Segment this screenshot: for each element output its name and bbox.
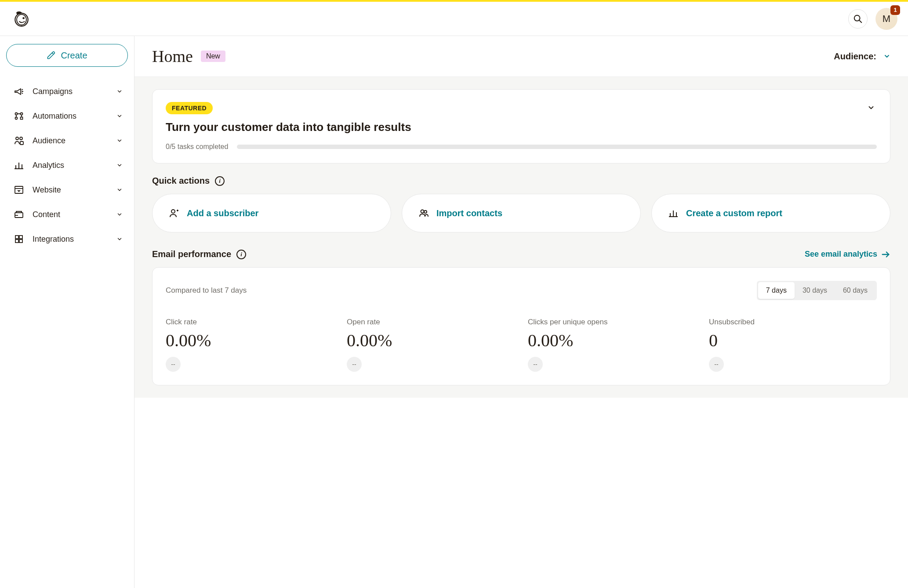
svg-point-5 xyxy=(15,113,18,115)
info-icon[interactable]: i xyxy=(236,250,246,259)
quick-action-import-contacts[interactable]: Import contacts xyxy=(402,194,641,232)
search-button[interactable] xyxy=(848,9,868,29)
svg-rect-23 xyxy=(19,240,22,243)
svg-point-7 xyxy=(15,117,18,120)
range-7-days[interactable]: 7 days xyxy=(758,282,795,299)
chevron-down-icon xyxy=(116,112,123,120)
nav-label: Integrations xyxy=(33,235,116,244)
metrics-row: Click rate 0.00% -- Open rate 0.00% -- C… xyxy=(166,318,877,372)
svg-point-2 xyxy=(22,17,25,19)
avatar-letter: M xyxy=(883,13,890,25)
metric-label: Click rate xyxy=(166,318,334,327)
chevron-down-icon xyxy=(116,137,123,145)
nav-item-integrations[interactable]: Integrations xyxy=(6,227,128,251)
nav-item-analytics[interactable]: Analytics xyxy=(6,153,128,178)
chevron-down-icon xyxy=(116,186,123,194)
metric-clicks-per-open: Clicks per unique opens 0.00% -- xyxy=(528,318,696,372)
see-email-analytics-link[interactable]: See email analytics xyxy=(805,250,890,259)
nav-label: Automations xyxy=(33,112,116,121)
nav-item-campaigns[interactable]: Campaigns xyxy=(6,79,128,104)
svg-point-28 xyxy=(424,211,427,213)
svg-rect-8 xyxy=(21,117,23,120)
range-30-days[interactable]: 30 days xyxy=(795,282,835,299)
svg-rect-16 xyxy=(15,186,23,193)
pencil-icon xyxy=(47,51,55,60)
chevron-down-icon xyxy=(116,211,123,218)
integrations-icon xyxy=(13,233,25,245)
automations-icon xyxy=(13,110,25,122)
sidebar: Create Campaigns Automations Audience An… xyxy=(0,36,134,588)
audience-label: Audience: xyxy=(834,51,876,62)
featured-card: FEATURED Turn your customer data into ta… xyxy=(152,89,890,163)
mailchimp-logo-icon xyxy=(12,9,31,29)
website-icon xyxy=(13,184,25,196)
metric-change: -- xyxy=(166,357,181,372)
link-label: See email analytics xyxy=(805,250,877,259)
svg-point-6 xyxy=(21,113,23,115)
arrow-right-icon xyxy=(881,250,890,259)
svg-point-1 xyxy=(17,14,26,25)
svg-line-4 xyxy=(859,20,862,22)
audience-icon xyxy=(13,135,25,146)
report-icon xyxy=(668,207,679,219)
nav-label: Content xyxy=(33,210,116,219)
metric-change: -- xyxy=(709,357,724,372)
chevron-down-icon xyxy=(883,53,890,60)
account-menu[interactable]: M 1 xyxy=(875,8,897,30)
svg-point-9 xyxy=(16,137,18,140)
svg-rect-20 xyxy=(15,236,18,239)
metric-label: Open rate xyxy=(347,318,515,327)
featured-badge: FEATURED xyxy=(166,102,213,114)
header-bar: M 1 xyxy=(0,2,908,36)
nav-item-website[interactable]: Website xyxy=(6,178,128,202)
nav-item-content[interactable]: Content xyxy=(6,202,128,227)
quick-action-create-report[interactable]: Create a custom report xyxy=(651,194,890,232)
create-label: Create xyxy=(61,51,87,61)
quick-action-label: Add a subscriber xyxy=(187,208,258,219)
megaphone-icon xyxy=(13,86,25,97)
nav-list: Campaigns Automations Audience Analytics xyxy=(6,79,128,251)
analytics-icon xyxy=(13,160,25,171)
metric-value: 0.00% xyxy=(528,330,696,351)
svg-rect-11 xyxy=(20,142,23,145)
chevron-down-icon xyxy=(867,104,875,112)
audience-selector[interactable]: Audience: xyxy=(834,51,890,62)
main-area: Home New Audience: FEATURED Turn your cu… xyxy=(134,36,908,588)
content-icon xyxy=(13,209,25,220)
section-title: Email performance xyxy=(152,249,231,259)
search-icon xyxy=(853,14,863,24)
info-icon[interactable]: i xyxy=(215,176,225,186)
svg-point-24 xyxy=(171,210,175,213)
add-user-icon xyxy=(168,207,180,219)
nav-label: Campaigns xyxy=(33,87,116,96)
nav-item-audience[interactable]: Audience xyxy=(6,128,128,153)
range-60-days[interactable]: 60 days xyxy=(835,282,875,299)
create-button[interactable]: Create xyxy=(6,44,128,67)
quick-action-add-subscriber[interactable]: Add a subscriber xyxy=(152,194,391,232)
nav-label: Audience xyxy=(33,136,116,145)
notification-badge: 1 xyxy=(890,5,900,15)
new-badge: New xyxy=(201,51,225,62)
metric-value: 0 xyxy=(709,330,877,351)
quick-actions-row: Add a subscriber Import contacts Create … xyxy=(152,194,890,232)
logo[interactable] xyxy=(11,8,33,30)
compared-text: Compared to last 7 days xyxy=(166,286,247,295)
svg-point-27 xyxy=(421,210,424,213)
featured-expand-toggle[interactable] xyxy=(865,102,877,113)
metric-change: -- xyxy=(528,357,543,372)
svg-rect-22 xyxy=(15,240,18,243)
nav-label: Analytics xyxy=(33,161,116,170)
metric-change: -- xyxy=(347,357,362,372)
metric-value: 0.00% xyxy=(166,330,334,351)
quick-actions-header: Quick actions i xyxy=(152,176,890,186)
contacts-icon xyxy=(418,207,429,219)
svg-rect-21 xyxy=(19,236,22,239)
nav-item-automations[interactable]: Automations xyxy=(6,104,128,128)
email-perf-header: Email performance i See email analytics xyxy=(152,249,890,259)
svg-point-10 xyxy=(20,137,22,140)
chevron-down-icon xyxy=(116,235,123,243)
page-title: Home xyxy=(152,47,193,66)
featured-progress-bar xyxy=(237,145,877,149)
quick-action-label: Import contacts xyxy=(436,208,502,219)
metric-open-rate: Open rate 0.00% -- xyxy=(347,318,515,372)
